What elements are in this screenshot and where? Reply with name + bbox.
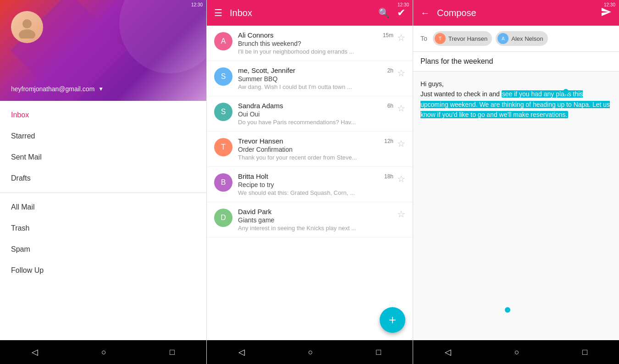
star-icon-4[interactable]: ☆ [397, 173, 405, 184]
email-subject-1: Summer BBQ [238, 75, 393, 83]
compose-to-row[interactable]: To T Trevor Hansen A Alex Nelson [413, 26, 619, 52]
nav-item-follow-up[interactable]: Follow Up [0, 260, 206, 281]
email-avatar-4: B [214, 173, 232, 192]
star-icon-3[interactable]: ☆ [397, 138, 405, 149]
email-item-0[interactable]: A Ali Connors 15m Brunch this weekend? I… [207, 26, 413, 61]
star-icon-0[interactable]: ☆ [397, 32, 405, 43]
drawer-panel: 12:30 heyfromjonathan@gmail.com ▼ Inbox … [0, 0, 206, 364]
email-time-0: 15m [383, 32, 393, 39]
email-sender-0: Ali Connors [238, 31, 274, 39]
email-sender-3: Trevor Hansen [238, 137, 283, 145]
recipient-avatar-0: T [435, 33, 446, 44]
nav-item-spam[interactable]: Spam [0, 239, 206, 260]
avatar-image [11, 11, 43, 43]
cursor-handle-bottom[interactable] [505, 307, 510, 313]
email-subject-3: Order Confirmation [238, 146, 393, 153]
compose-back-btn[interactable]: ◁ [445, 347, 451, 357]
nav-item-all-mail[interactable]: All Mail [0, 197, 206, 218]
drawer-status-bar: 12:30 [191, 0, 203, 9]
compose-subject-row[interactable]: Plans for the weekend [413, 52, 619, 72]
email-content-3: Trevor Hansen 12h Order Confirmation Tha… [238, 137, 393, 161]
inbox-panel: 12:30 ☰ Inbox 🔍 ✔ A Ali Connors 15m Brun… [206, 0, 413, 364]
email-subject-5: Giants game [238, 216, 393, 224]
email-preview-3: Thank you for your recent order from Ste… [238, 154, 393, 161]
star-icon-2[interactable]: ☆ [397, 103, 405, 114]
compose-panel: 12:30 ← Compose To T Trevor Hansen A Ale… [413, 0, 619, 364]
compose-fab[interactable]: + [380, 307, 405, 333]
drawer-header: heyfromjonathan@gmail.com ▼ [0, 0, 206, 101]
email-time-1: 2h [387, 67, 393, 74]
compose-time: 12:30 [604, 2, 615, 7]
svg-point-0 [22, 19, 32, 28]
compose-title: Compose [437, 8, 593, 18]
email-avatar-1: S [214, 67, 232, 86]
hamburger-icon[interactable]: ☰ [214, 7, 222, 18]
email-avatar-2: S [214, 103, 232, 121]
email-item-1[interactable]: S me, Scott, Jennifer 2h Summer BBQ Aw d… [207, 61, 413, 96]
dropdown-arrow-icon[interactable]: ▼ [98, 86, 104, 92]
email-item-2[interactable]: S Sandra Adams 6h Oui Oui Do you have Pa… [207, 96, 413, 132]
inbox-toolbar: ☰ Inbox 🔍 ✔ [207, 0, 413, 26]
compose-back-icon[interactable]: ← [420, 8, 430, 18]
email-list: A Ali Connors 15m Brunch this weekend? I… [207, 26, 413, 340]
email-preview-0: I'll be in your neighborhood doing erran… [238, 48, 393, 55]
email-content-4: Britta Holt 18h Recipe to try We should … [238, 172, 393, 196]
nav-item-starred[interactable]: Starred [0, 126, 206, 147]
email-time-3: 12h [384, 138, 393, 144]
nav-item-drafts[interactable]: Drafts [0, 168, 206, 189]
nav-item-inbox[interactable]: Inbox [0, 105, 206, 126]
compose-recent-btn[interactable]: □ [582, 347, 587, 357]
email-preview-1: Aw dang. Wish I could but I'm outta town… [238, 83, 393, 90]
compose-home-btn[interactable]: ○ [514, 347, 520, 357]
recipient-name-1: Alex Nelson [511, 35, 543, 42]
avatar[interactable] [11, 11, 43, 43]
email-avatar-5: D [214, 209, 232, 227]
email-preview-5: Any interest in seeing the Knicks play n… [238, 225, 393, 232]
back-button[interactable]: ◁ [32, 347, 38, 357]
email-avatar-3: T [214, 138, 232, 156]
email-content-5: David Park Giants game Any interest in s… [238, 208, 393, 232]
compose-body[interactable]: Hi guys, Just wanted to check in and see… [413, 72, 619, 340]
inbox-recent-button[interactable]: □ [376, 347, 381, 357]
inbox-home-button[interactable]: ○ [308, 347, 313, 357]
email-sender-1: me, Scott, Jennifer [238, 66, 295, 74]
recipient-avatar-1: A [497, 33, 508, 44]
drawer-time: 12:30 [191, 2, 203, 7]
user-email: heyfromjonathan@gmail.com [11, 85, 94, 93]
compose-subject: Plans for the weekend [420, 57, 493, 65]
recipient-chip-0[interactable]: T Trevor Hansen [433, 31, 492, 46]
email-sender-2: Sandra Adams [238, 102, 283, 110]
recipient-chip-1[interactable]: A Alex Nelson [496, 31, 547, 46]
recent-button[interactable]: □ [170, 347, 175, 357]
search-icon[interactable]: 🔍 [378, 7, 390, 18]
compose-status-bar: 12:30 [604, 0, 615, 9]
email-item-3[interactable]: T Trevor Hansen 12h Order Confirmation T… [207, 132, 413, 167]
email-content-0: Ali Connors 15m Brunch this weekend? I'l… [238, 31, 393, 55]
nav-item-trash[interactable]: Trash [0, 218, 206, 239]
star-icon-1[interactable]: ☆ [397, 67, 405, 78]
email-item-4[interactable]: B Britta Holt 18h Recipe to try We shoul… [207, 167, 413, 202]
inbox-bottom-bar: ◁ ○ □ [207, 340, 413, 364]
inbox-status-bar: 12:30 [398, 0, 409, 9]
email-time-4: 18h [384, 173, 393, 180]
email-item-5[interactable]: D David Park Giants game Any interest in… [207, 202, 413, 237]
drawer-bottom-bar: ◁ ○ □ [0, 340, 206, 364]
email-preview-4: We should eat this: Grated Squash, Corn,… [238, 189, 393, 196]
email-content-1: me, Scott, Jennifer 2h Summer BBQ Aw dan… [238, 66, 393, 90]
to-label: To [420, 35, 427, 42]
nav-item-sent-mail[interactable]: Sent Mail [0, 147, 206, 168]
email-subject-0: Brunch this weekend? [238, 40, 393, 47]
compose-body-text: Hi guys, Just wanted to check in and see… [420, 79, 612, 120]
email-sender-4: Britta Holt [238, 172, 268, 180]
email-row[interactable]: heyfromjonathan@gmail.com ▼ [11, 85, 104, 93]
home-button[interactable]: ○ [101, 347, 106, 357]
email-subject-2: Oui Oui [238, 110, 393, 118]
svg-point-1 [19, 29, 35, 39]
inbox-back-button[interactable]: ◁ [238, 347, 245, 357]
compose-toolbar: ← Compose [413, 0, 619, 26]
cursor-handle-top[interactable] [563, 89, 569, 94]
compose-bottom-bar: ◁ ○ □ [413, 340, 619, 364]
email-content-2: Sandra Adams 6h Oui Oui Do you have Pari… [238, 102, 393, 126]
email-sender-5: David Park [238, 208, 271, 215]
star-icon-5[interactable]: ☆ [397, 209, 405, 220]
